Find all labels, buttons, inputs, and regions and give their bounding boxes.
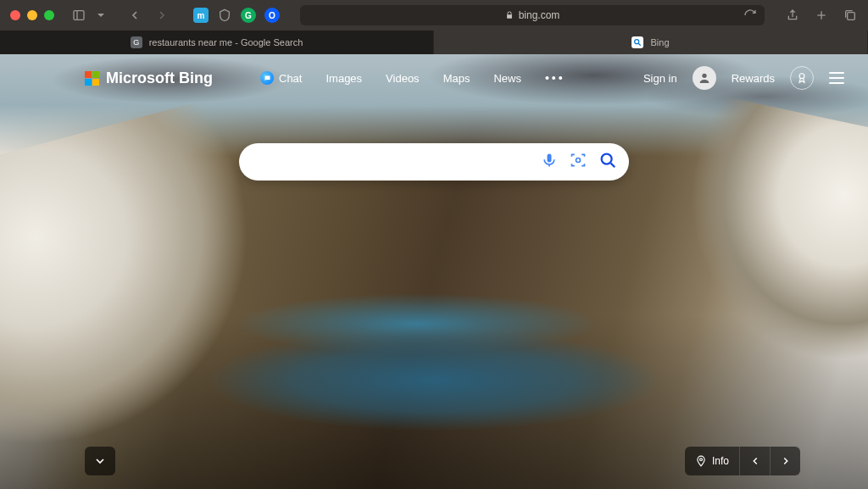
minimize-window-button[interactable] — [27, 10, 37, 20]
search-input[interactable] — [256, 155, 541, 169]
expand-feed-button[interactable] — [85, 447, 115, 475]
nav-label: Maps — [443, 72, 470, 85]
rewards-icon[interactable] — [790, 66, 814, 90]
search-submit-icon[interactable] — [598, 151, 617, 173]
nav-more[interactable]: ••• — [545, 71, 565, 85]
svg-rect-0 — [74, 11, 84, 20]
google-favicon-icon: G — [131, 36, 142, 48]
sidebar-toggle-icon[interactable] — [71, 8, 86, 23]
nav-label: Chat — [279, 72, 302, 85]
svg-rect-9 — [548, 154, 552, 163]
svg-point-7 — [702, 74, 706, 78]
nav-links: Chat Images Videos Maps News ••• — [260, 71, 565, 85]
nav-videos[interactable]: Videos — [386, 72, 420, 85]
nav-chat[interactable]: Chat — [260, 71, 302, 85]
nav-label: Images — [326, 72, 362, 85]
window-controls — [10, 10, 54, 20]
tab-bar: G restaurants near me - Google Search Bi… — [0, 31, 868, 54]
nav-news[interactable]: News — [493, 72, 521, 85]
nav-label: Videos — [386, 72, 420, 85]
lock-icon — [505, 11, 514, 19]
chevron-left-icon — [749, 455, 761, 467]
bing-header: Microsoft Bing Chat Images Videos Maps N… — [0, 54, 868, 102]
chat-icon — [260, 71, 274, 85]
prev-image-button[interactable] — [739, 447, 770, 475]
info-button[interactable]: Info — [685, 455, 739, 467]
search-box[interactable] — [239, 143, 629, 181]
browser-toolbar: m G O bing.com — [0, 0, 868, 31]
visual-search-icon[interactable] — [570, 152, 587, 172]
tabs-overview-icon[interactable] — [843, 8, 858, 23]
logo-text: Microsoft Bing — [106, 69, 213, 87]
tab-label: restaurants near me - Google Search — [149, 37, 303, 47]
rewards-link[interactable]: Rewards — [732, 72, 775, 85]
location-pin-icon — [695, 455, 707, 467]
chevron-right-icon — [780, 455, 792, 467]
shield-icon[interactable] — [217, 8, 232, 23]
nav-label: News — [493, 72, 521, 85]
hamburger-menu-icon[interactable] — [829, 72, 844, 84]
svg-point-8 — [799, 74, 804, 79]
tab-overview-dropdown-icon[interactable] — [93, 8, 108, 23]
back-button-icon[interactable] — [127, 8, 142, 23]
svg-point-11 — [602, 154, 612, 164]
avatar-icon[interactable] — [693, 66, 716, 90]
signin-link[interactable]: Sign in — [643, 72, 677, 85]
next-image-button[interactable] — [770, 447, 800, 475]
url-text: bing.com — [519, 9, 560, 21]
svg-line-12 — [611, 164, 615, 168]
close-window-button[interactable] — [10, 10, 20, 20]
forward-button-icon[interactable] — [154, 8, 170, 23]
reload-icon[interactable] — [743, 8, 758, 23]
share-icon[interactable] — [785, 8, 800, 23]
tab-google-search[interactable]: G restaurants near me - Google Search — [0, 31, 434, 54]
header-right: Sign in Rewards — [643, 66, 844, 90]
extension-3-icon[interactable]: O — [264, 8, 280, 23]
extensions-group: m G O — [193, 8, 280, 23]
bing-favicon-icon — [632, 36, 643, 48]
svg-point-13 — [700, 458, 703, 461]
svg-rect-4 — [848, 13, 855, 20]
extension-2-icon[interactable]: G — [241, 8, 256, 23]
extension-1-icon[interactable]: m — [193, 8, 209, 23]
info-label: Info — [712, 455, 729, 467]
maximize-window-button[interactable] — [44, 10, 54, 20]
tab-bing[interactable]: Bing — [434, 31, 868, 54]
nav-images[interactable]: Images — [326, 72, 362, 85]
chevron-down-icon — [93, 454, 107, 468]
nav-maps[interactable]: Maps — [443, 72, 470, 85]
microsoft-bing-logo[interactable]: Microsoft Bing — [85, 69, 213, 87]
svg-point-10 — [576, 158, 581, 163]
microsoft-logo-icon — [85, 71, 99, 86]
new-tab-icon[interactable] — [814, 8, 829, 23]
tab-label: Bing — [650, 37, 669, 47]
svg-point-5 — [635, 40, 639, 44]
svg-line-6 — [639, 43, 642, 46]
address-bar[interactable]: bing.com — [300, 5, 765, 25]
image-info-bar: Info — [685, 447, 800, 475]
voice-search-icon[interactable] — [541, 152, 558, 172]
page-content: Microsoft Bing Chat Images Videos Maps N… — [0, 54, 868, 489]
